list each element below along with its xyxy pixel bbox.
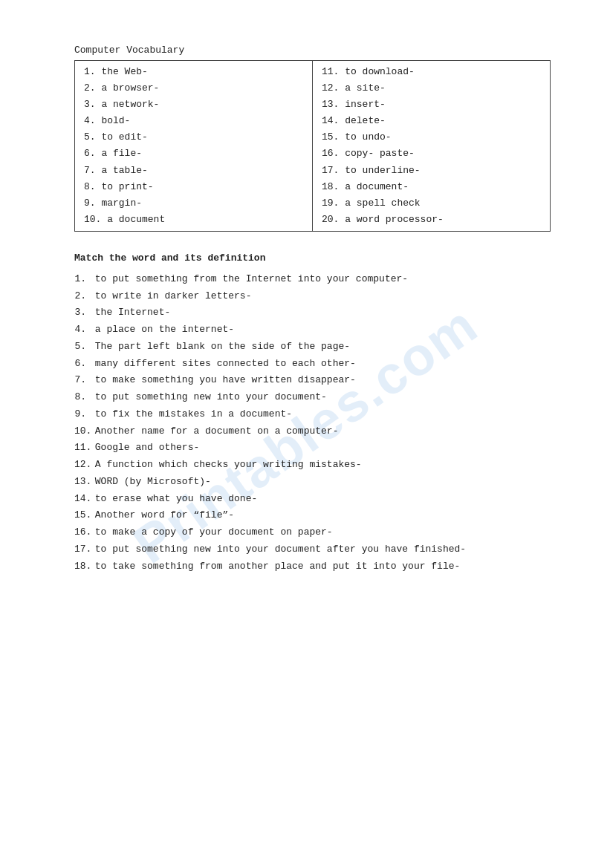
match-item: 13. WORD (by Microsoft)- [74,474,551,491]
match-item: 15. Another word for “file”- [74,507,551,524]
vocab-item: 2. a browser- [84,80,303,97]
section1-title: Computer Vocabulary [74,45,551,56]
vocab-table: 1. the Web- 2. a browser- 3. a network- … [74,60,551,232]
vocab-item: 7. a table- [84,163,303,179]
match-item: 16. to make a copy of your document on p… [74,524,551,541]
match-item: 3. the Internet- [74,304,551,322]
match-item: 1. to put something from the Internet in… [74,271,551,288]
vocab-item: 10. a document [84,212,303,228]
match-item: 14. to erase what you have done- [74,491,551,508]
match-item: 11. Google and others- [74,440,551,457]
vocab-item: 19. a spell check [322,195,541,212]
match-item: 5. The part left blank on the side of th… [74,339,551,356]
vocab-item: 14. delete- [322,113,541,129]
vocab-item: 13. insert- [322,97,541,113]
vocab-item: 3. a network- [84,97,303,113]
match-item: 8. to put something new into your docume… [74,389,551,406]
match-item: 6. many different sites connected to eac… [74,356,551,373]
match-item: 9. to fix the mistakes in a document- [74,406,551,423]
vocab-item: 18. a document- [322,179,541,195]
vocab-list-right: 11. to download- 12. a site- 13. insert-… [322,64,541,228]
match-item: 12. A function which checks your writing… [74,457,551,474]
match-item: 7. to make something you have written di… [74,372,551,389]
vocab-item: 9. margin- [84,195,303,212]
vocab-item: 1. the Web- [84,64,303,80]
vocab-list-left: 1. the Web- 2. a browser- 3. a network- … [84,64,303,228]
match-item: 10. Another name for a document on a com… [74,423,551,440]
match-item: 18. to take something from another place… [74,558,551,575]
vocab-item: 8. to print- [84,179,303,195]
vocab-item: 15. to undo- [322,129,541,146]
section2-title: Match the word and its definition [74,252,551,264]
vocab-item: 16. copy- paste- [322,146,541,162]
match-item: 4. a place on the internet- [74,322,551,339]
vocab-item: 6. a file- [84,146,303,162]
match-item: 17. to put something new into your docum… [74,541,551,558]
vocab-item: 11. to download- [322,64,541,80]
vocab-item: 5. to edit- [84,129,303,146]
match-list: 1. to put something from the Internet in… [74,271,551,575]
vocab-item: 12. a site- [322,80,541,97]
vocab-item: 4. bold- [84,113,303,129]
vocab-item: 20. a word processor- [322,212,541,228]
vocab-item: 17. to underline- [322,163,541,179]
match-item: 2. to write in darker letters- [74,288,551,305]
